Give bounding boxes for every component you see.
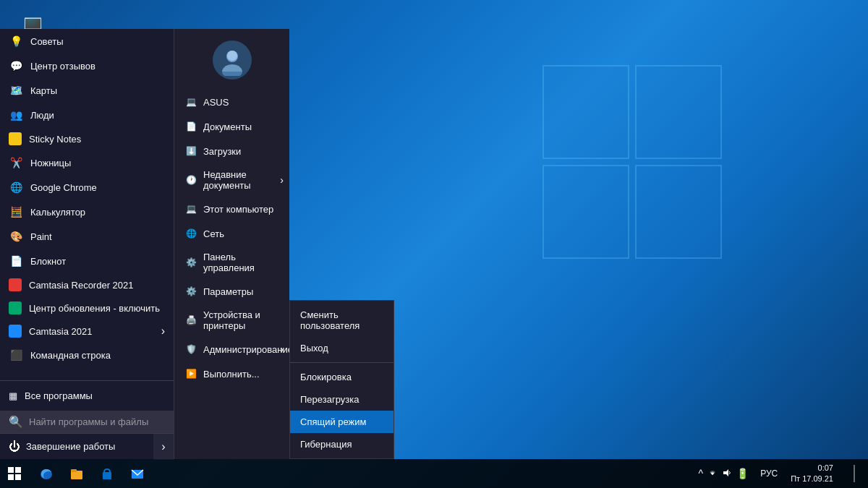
right-panel-items: 💻 ASUS 📄 Документы ⬇️ Загрузки 🕐 Недавни… bbox=[174, 87, 289, 459]
right-panel-devices[interactable]: 🖨️ Устройства и принтеры bbox=[174, 304, 289, 337]
controlpanel-icon: ⚙️ bbox=[184, 256, 197, 269]
shutdown-arrow-button[interactable]: › bbox=[153, 434, 174, 460]
all-programs-button[interactable]: ▦ Все программы bbox=[0, 385, 174, 406]
start-item-sticky[interactable]: Sticky Notes bbox=[0, 127, 174, 150]
taskbar-clock[interactable]: 0:07 Пт 17.09.21 bbox=[785, 463, 839, 485]
right-panel-recent[interactable]: 🕐 Недавние документы › bbox=[174, 163, 289, 197]
power-logout[interactable]: Выход bbox=[290, 337, 393, 359]
start-item-update[interactable]: Центр обновления - включить bbox=[0, 296, 174, 320]
right-panel-run[interactable]: ▶️ Выполнить... bbox=[174, 361, 289, 386]
system-tray: ^ 🔋 bbox=[694, 468, 754, 480]
notepad-icon: 📄 bbox=[9, 254, 23, 268]
tray-network-icon[interactable] bbox=[707, 468, 718, 480]
right-panel-thispc[interactable]: 💻 Этот компьютер bbox=[174, 197, 289, 221]
network-icon: 🌐 bbox=[184, 227, 197, 240]
run-icon: ▶️ bbox=[184, 367, 197, 380]
right-panel-asus[interactable]: 💻 ASUS bbox=[174, 90, 289, 114]
power-lock[interactable]: Блокировка bbox=[290, 366, 393, 388]
taskbar-file-explorer[interactable] bbox=[62, 460, 91, 487]
power-sleep[interactable]: Спящий режим bbox=[290, 411, 393, 433]
tray-chevron[interactable]: ^ bbox=[699, 468, 704, 479]
start-menu-items: 💡 Советы 💬 Центр отзывов 🗺️ Карты 👥 Люди… bbox=[0, 29, 174, 380]
thispc-icon: 💻 bbox=[184, 202, 197, 215]
right-panel-settings[interactable]: ⚙️ Параметры bbox=[174, 279, 289, 304]
taskbar-mail[interactable] bbox=[123, 460, 152, 487]
taskbar-pinned-apps bbox=[29, 460, 155, 487]
svg-rect-7 bbox=[8, 474, 14, 480]
taskbar-edge[interactable] bbox=[32, 460, 61, 487]
devices-icon: 🖨️ bbox=[184, 314, 197, 327]
right-panel-downloads[interactable]: ⬇️ Загрузки bbox=[174, 139, 289, 163]
start-item-people[interactable]: 👥 Люди bbox=[0, 103, 174, 127]
start-search-bar[interactable]: 🔍 bbox=[0, 411, 174, 433]
start-item-notepad[interactable]: 📄 Блокнот bbox=[0, 249, 174, 273]
power-divider bbox=[290, 362, 393, 363]
sticky-icon bbox=[9, 132, 22, 145]
shutdown-button[interactable]: ⏻ Завершение работы bbox=[0, 440, 153, 453]
power-submenu: Сменить пользователя Выход Блокировка Пе… bbox=[289, 300, 394, 459]
settings-icon: ⚙️ bbox=[184, 285, 197, 298]
start-item-calc[interactable]: 🧮 Калькулятор bbox=[0, 200, 174, 224]
right-panel-admin[interactable]: 🛡️ Администрирование › bbox=[174, 337, 289, 361]
language-indicator[interactable]: РУС bbox=[756, 468, 782, 479]
camtasia-rec-icon bbox=[9, 278, 22, 291]
taskbar-store[interactable] bbox=[93, 460, 122, 487]
tray-volume-icon[interactable] bbox=[722, 468, 732, 480]
svg-rect-11 bbox=[71, 469, 77, 472]
paint-icon: 🎨 bbox=[9, 229, 23, 244]
start-item-tips[interactable]: 💡 Советы bbox=[0, 29, 174, 53]
scissors-icon: ✂️ bbox=[9, 155, 23, 170]
people-icon: 👥 bbox=[9, 108, 23, 122]
search-icon: 🔍 bbox=[9, 415, 23, 429]
clock-date: Пт 17.09.21 bbox=[791, 474, 833, 484]
start-item-chrome[interactable]: 🌐 Google Chrome bbox=[0, 175, 174, 200]
start-button[interactable] bbox=[0, 459, 29, 488]
asus-icon: 💻 bbox=[184, 95, 197, 108]
start-item-camtasia-rec[interactable]: Camtasia Recorder 2021 bbox=[0, 273, 174, 296]
start-item-feedback[interactable]: 💬 Центр отзывов bbox=[0, 53, 174, 78]
search-input[interactable] bbox=[29, 416, 165, 427]
svg-rect-8 bbox=[15, 474, 21, 480]
start-item-maps[interactable]: 🗺️ Карты bbox=[0, 78, 174, 103]
right-panel-network[interactable]: 🌐 Сеть bbox=[174, 221, 289, 246]
show-desktop-button[interactable] bbox=[842, 459, 864, 488]
update-icon bbox=[9, 301, 22, 314]
maps-icon: 🗺️ bbox=[9, 83, 23, 98]
tray-battery-icon[interactable]: 🔋 bbox=[736, 468, 749, 479]
right-panel-docs[interactable]: 📄 Документы bbox=[174, 114, 289, 139]
start-menu-footer: ▦ Все программы bbox=[0, 380, 174, 411]
right-panel: 💻 ASUS 📄 Документы ⬇️ Загрузки 🕐 Недавни… bbox=[174, 29, 289, 459]
desktop: 💻 Этот компьютер 🗑️ Корзина 💡 Советы 💬 Ц… bbox=[0, 0, 868, 488]
svg-rect-5 bbox=[8, 467, 14, 473]
start-item-camtasia[interactable]: Camtasia 2021 bbox=[0, 320, 174, 343]
programs-icon: ▦ bbox=[9, 390, 17, 401]
tips-icon: 💡 bbox=[9, 34, 23, 48]
start-item-cmd[interactable]: ⬛ Командная строка bbox=[0, 343, 174, 367]
recent-submenu-arrow: › bbox=[280, 174, 284, 186]
start-item-scissors[interactable]: ✂️ Ножницы bbox=[0, 150, 174, 175]
calc-icon: 🧮 bbox=[9, 205, 23, 219]
right-panel-controlpanel[interactable]: ⚙️ Панель управления bbox=[174, 246, 289, 279]
camtasia-icon bbox=[9, 325, 22, 338]
cmd-icon: ⬛ bbox=[9, 348, 23, 362]
power-switch-user[interactable]: Сменить пользователя bbox=[290, 304, 393, 337]
recent-icon: 🕐 bbox=[184, 174, 197, 187]
start-menu: 💡 Советы 💬 Центр отзывов 🗺️ Карты 👥 Люди… bbox=[0, 29, 174, 459]
admin-icon: 🛡️ bbox=[184, 343, 197, 356]
admin-submenu-arrow: › bbox=[280, 343, 284, 355]
svg-marker-14 bbox=[723, 469, 728, 476]
shutdown-arrow-icon: › bbox=[161, 440, 165, 453]
shutdown-bar: ⏻ Завершение работы › bbox=[0, 433, 174, 459]
feedback-icon: 💬 bbox=[9, 59, 23, 73]
taskbar: ^ 🔋 РУС 0:07 Пт 17.09.21 bbox=[0, 459, 868, 488]
shutdown-icon: ⏻ bbox=[9, 440, 20, 453]
start-item-paint[interactable]: 🎨 Paint bbox=[0, 224, 174, 249]
power-hibernate[interactable]: Гибернация bbox=[290, 433, 393, 455]
chrome-icon: 🌐 bbox=[9, 180, 23, 194]
windows-logo-decoration bbox=[521, 43, 723, 296]
taskbar-right: ^ 🔋 РУС 0:07 Пт 17.09.21 bbox=[694, 459, 868, 488]
user-avatar bbox=[213, 40, 252, 80]
svg-rect-12 bbox=[103, 472, 111, 479]
user-profile-area[interactable] bbox=[174, 29, 289, 87]
power-restart[interactable]: Перезагрузка bbox=[290, 388, 393, 411]
